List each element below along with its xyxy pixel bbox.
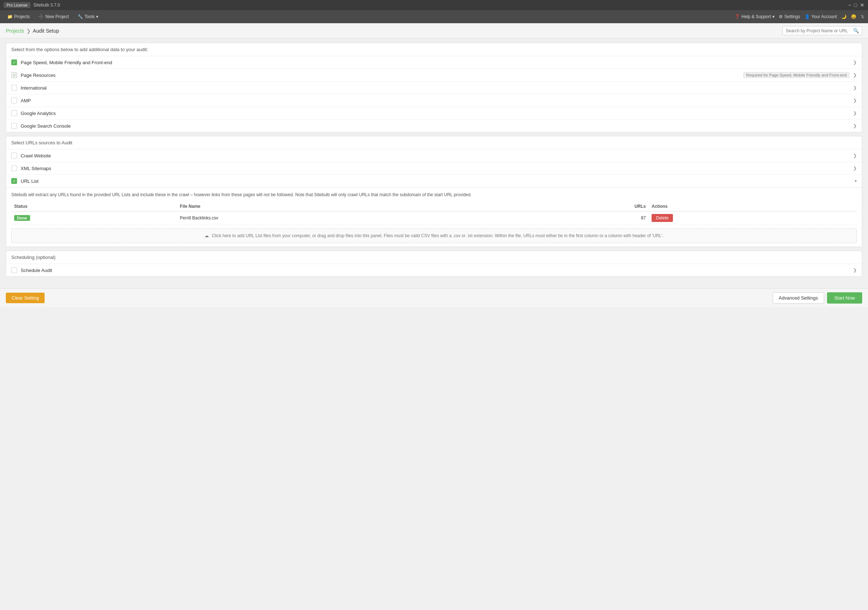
- option-label-schedule-audit: Schedule Audit: [21, 268, 849, 273]
- minimize-button[interactable]: −: [848, 2, 851, 8]
- nav-twitter[interactable]: 𝕏: [861, 14, 864, 19]
- url-list-info: Sitebulb will extract any URLs found in …: [11, 191, 857, 198]
- checkbox-google-analytics: [11, 110, 17, 116]
- breadcrumb-separator: ❯: [26, 28, 31, 34]
- nav-theme[interactable]: 🌙: [841, 14, 846, 19]
- person-icon: 👤: [804, 14, 810, 19]
- url-table: Status File Name URLs Actions Done Perri…: [11, 202, 857, 225]
- option-url-list[interactable]: ✓ URL List ▾: [6, 175, 862, 188]
- delete-button[interactable]: Delete: [651, 214, 673, 222]
- url-list-expanded: Sitebulb will extract any URLs found in …: [6, 188, 862, 247]
- col-filename: File Name: [177, 202, 517, 211]
- checkbox-url-list: ✓: [11, 178, 17, 184]
- checkbox-xml-sitemaps: [11, 165, 17, 171]
- chevron-right-icon-3: ❯: [853, 85, 857, 90]
- scheduling-section: Scheduling (optional) Schedule Audit ❯: [6, 251, 862, 277]
- option-label-xml-sitemaps: XML Sitemaps: [21, 166, 849, 171]
- checkbox-page-speed: ✓: [11, 59, 17, 65]
- start-now-button[interactable]: Start Now: [827, 292, 862, 304]
- table-row: Done Perrill Backlinks.csv 87 Delete: [11, 211, 857, 225]
- option-label-amp: AMP: [21, 98, 849, 103]
- breadcrumb-bar: Projects ❯ Audit Setup 🔍: [0, 23, 868, 39]
- main-content: Select from the options below to add add…: [0, 39, 868, 285]
- close-button[interactable]: ✕: [860, 2, 864, 8]
- upload-area[interactable]: ☁ Click here to add URL List files from …: [11, 228, 857, 243]
- circle-question-icon: ❓: [735, 14, 740, 19]
- nav-projects[interactable]: 📁 Projects: [4, 13, 33, 21]
- folder-icon: 📁: [7, 14, 13, 19]
- chevron-right-icon-6: ❯: [853, 123, 857, 128]
- nav-settings[interactable]: ⚙ Settings: [779, 14, 800, 19]
- col-status: Status: [11, 202, 177, 211]
- row-urls: 87: [517, 211, 649, 225]
- row-actions: Delete: [649, 211, 857, 225]
- option-page-resources[interactable]: ✓ Page Resources Required for Page Speed…: [6, 69, 862, 82]
- chevron-down-small-icon: ▾: [772, 14, 775, 19]
- moon-icon: 🌙: [841, 14, 846, 19]
- url-sources-section: Select URLs sources to Audit Crawl Websi…: [6, 136, 862, 247]
- search-icon: 🔍: [853, 28, 859, 33]
- chevron-right-icon-2: ❯: [853, 73, 857, 78]
- scheduling-header: Scheduling (optional): [6, 251, 862, 264]
- col-urls: URLs: [517, 202, 649, 211]
- col-actions: Actions: [649, 202, 857, 211]
- chevron-right-icon-4: ❯: [853, 98, 857, 103]
- twitter-icon: 𝕏: [861, 14, 864, 19]
- clear-setting-button[interactable]: Clear Setting: [6, 293, 45, 303]
- footer-bar: Clear Setting Advanced Settings Start No…: [0, 288, 868, 307]
- row-status: Done: [11, 211, 177, 225]
- maximize-button[interactable]: □: [854, 2, 857, 8]
- checkbox-crawl-website: [11, 153, 17, 158]
- search-box[interactable]: 🔍: [783, 26, 862, 35]
- option-label-page-resources: Page Resources: [21, 73, 739, 78]
- breadcrumb-current: Audit Setup: [33, 28, 59, 34]
- option-page-speed[interactable]: ✓ Page Speed, Mobile Friendly and Front-…: [6, 56, 862, 69]
- plus-icon: ➕: [39, 14, 44, 19]
- option-label-google-search-console: Google Search Console: [21, 123, 849, 129]
- nav-smile[interactable]: 😀: [851, 14, 856, 19]
- wrench-icon: 🔧: [78, 14, 83, 19]
- additional-data-header: Select from the options below to add add…: [6, 43, 862, 56]
- titlebar: Pro License Sitebulb 3.7.0 − □ ✕: [0, 0, 868, 10]
- breadcrumb-parent[interactable]: Projects: [6, 28, 24, 34]
- option-amp[interactable]: AMP ❯: [6, 94, 862, 107]
- option-crawl-website[interactable]: Crawl Website ❯: [6, 149, 862, 162]
- checkbox-amp: [11, 98, 17, 103]
- option-label-google-analytics: Google Analytics: [21, 110, 849, 116]
- option-label-page-speed: Page Speed, Mobile Friendly and Front-en…: [21, 60, 849, 65]
- nav-tools[interactable]: 🔧 Tools ▾: [74, 13, 102, 21]
- chevron-down-icon: ▾: [96, 14, 98, 19]
- option-label-url-list: URL List: [21, 178, 851, 184]
- option-schedule-audit[interactable]: Schedule Audit ❯: [6, 264, 862, 276]
- nav-help[interactable]: ❓ Help & Support ▾: [735, 14, 775, 19]
- chevron-right-icon: ❯: [853, 60, 857, 65]
- nav-account[interactable]: 👤 Your Account: [804, 14, 837, 19]
- option-label-crawl-website: Crawl Website: [21, 153, 849, 158]
- upload-icon: ☁: [205, 233, 209, 238]
- navbar: 📁 Projects ➕ New Project 🔧 Tools ▾ ❓ Hel…: [0, 10, 868, 23]
- advanced-settings-button[interactable]: Advanced Settings: [773, 292, 824, 304]
- breadcrumb: Projects ❯ Audit Setup: [6, 28, 59, 34]
- nav-new-project[interactable]: ➕ New Project: [35, 13, 73, 21]
- row-filename: Perrill Backlinks.csv: [177, 211, 517, 225]
- window-controls: − □ ✕: [848, 2, 864, 8]
- search-input[interactable]: [786, 28, 853, 33]
- chevron-right-icon-5: ❯: [853, 110, 857, 116]
- option-google-analytics[interactable]: Google Analytics ❯: [6, 107, 862, 120]
- option-xml-sitemaps[interactable]: XML Sitemaps ❯: [6, 162, 862, 175]
- app-title: Sitebulb 3.7.0: [33, 3, 848, 8]
- chevron-right-icon-8: ❯: [853, 166, 857, 171]
- option-google-search-console[interactable]: Google Search Console ❯: [6, 120, 862, 132]
- chevron-right-icon-9: ❯: [853, 268, 857, 273]
- checkbox-schedule-audit: [11, 267, 17, 273]
- option-label-international: International: [21, 85, 849, 91]
- status-done-badge: Done: [14, 215, 30, 221]
- option-badge-page-resources: Required for Page Speed, Mobile Friendly…: [743, 72, 849, 78]
- option-international[interactable]: International ❯: [6, 82, 862, 94]
- gear-icon: ⚙: [779, 14, 783, 19]
- navbar-right: ❓ Help & Support ▾ ⚙ Settings 👤 Your Acc…: [735, 14, 864, 19]
- chevron-down-icon-url: ▾: [855, 178, 857, 183]
- license-badge: Pro License: [4, 2, 31, 8]
- upload-text: Click here to add URL List files from yo…: [212, 233, 663, 238]
- checkbox-international: [11, 85, 17, 91]
